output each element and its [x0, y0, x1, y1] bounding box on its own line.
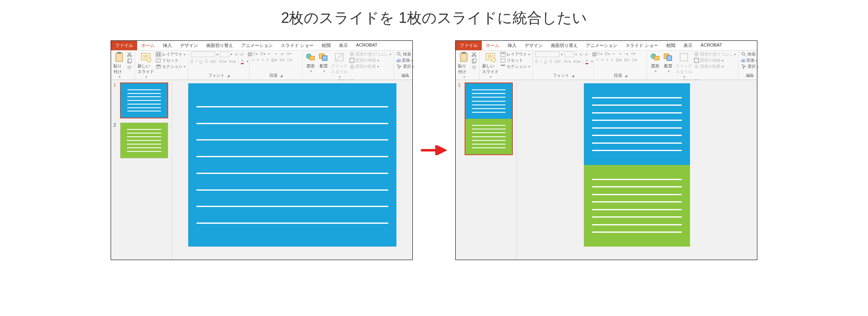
justify-button[interactable]: ≡ [267, 58, 269, 62]
new-slide-button[interactable]: 新しい スライド▾ [138, 51, 154, 79]
line-spacing-button[interactable]: ↕▾ [279, 51, 283, 56]
tab-slideshow[interactable]: スライド ショー [277, 41, 318, 50]
numbering-button[interactable]: ≣▾ [260, 51, 265, 56]
format-painter-icon[interactable] [471, 65, 477, 72]
tab-acrobat[interactable]: ACROBAT [697, 41, 726, 50]
svg-rect-41 [654, 56, 659, 60]
slide-thumbnail-2[interactable] [120, 122, 168, 158]
replace-button[interactable]: ab置換▾ [396, 58, 414, 63]
tab-transitions[interactable]: 画面切り替え [547, 41, 582, 50]
slide-content-blue[interactable] [188, 83, 396, 247]
italic-button[interactable]: I [196, 59, 197, 64]
text-direction-button[interactable]: ⟲▾ [286, 51, 291, 56]
new-slide-icon [485, 51, 496, 63]
shadow-button[interactable]: abc [210, 59, 216, 64]
slide-thumbnail-merged[interactable] [465, 82, 513, 155]
shape-fill-button[interactable]: 図形の塗りつぶし▾ [349, 51, 391, 57]
find-button[interactable]: 検索 [741, 51, 759, 57]
bullets-button[interactable]: ☰▾ [252, 51, 258, 56]
find-button[interactable]: 検索 [396, 51, 414, 57]
paste-button[interactable]: 貼り付け▾ [114, 51, 125, 79]
shapes-button[interactable]: 図形▾ [650, 51, 661, 73]
reset-button[interactable]: リセット [500, 58, 530, 63]
tab-view[interactable]: 表示 [335, 41, 352, 50]
font-color-button[interactable]: A [241, 59, 244, 64]
select-button[interactable]: 選択▾ [741, 64, 759, 69]
quick-styles-button[interactable]: クイック スタイル▾ [331, 51, 347, 79]
shape-outline-button[interactable]: 図形の枠線▾ [349, 58, 391, 63]
quick-styles-icon [334, 51, 345, 63]
align-center-button[interactable]: ≡ [257, 58, 259, 62]
thumb-number-1: 1 [114, 82, 118, 118]
replace-button[interactable]: ab置換▾ [741, 58, 759, 63]
indent-dec-button[interactable]: ⇤ [268, 51, 271, 56]
copy-icon[interactable] [471, 58, 477, 65]
slide-thumbnail-1[interactable] [120, 82, 168, 118]
quick-styles-button[interactable]: クイック スタイル▾ [676, 51, 692, 79]
dialog-launcher-icon[interactable]: ◢ [280, 74, 283, 78]
layout-button[interactable]: レイアウト▾ [500, 51, 530, 57]
tab-insert[interactable]: 挿入 [159, 41, 176, 50]
tab-slideshow[interactable]: スライド ショー [621, 41, 662, 50]
arrange-button[interactable]: 配置▾ [663, 51, 674, 73]
align-left-button[interactable]: ≡ [252, 58, 254, 62]
smartart-button[interactable]: ⊡▾ [287, 58, 292, 62]
reset-button[interactable]: リセット [156, 58, 185, 63]
tab-design[interactable]: デザイン [521, 41, 547, 50]
tab-view[interactable]: 表示 [679, 41, 697, 50]
tab-review[interactable]: 校閲 [318, 41, 335, 50]
layout-button[interactable]: レイアウト▾ [156, 51, 185, 57]
tab-review[interactable]: 校閲 [662, 41, 679, 50]
tab-animations[interactable]: アニメーション [582, 41, 621, 50]
tab-home[interactable]: ホーム [482, 41, 503, 50]
group-clipboard: 貼り付け▾ クリップボード◢ [111, 51, 135, 80]
shapes-button[interactable]: 図形▾ [305, 51, 316, 73]
format-painter-icon[interactable] [127, 65, 132, 72]
slide-canvas[interactable] [517, 80, 757, 260]
case-button[interactable]: Aa▾ [229, 59, 236, 64]
group-editing: 検索 ab置換▾ 選択▾ 編集 [739, 51, 761, 80]
tab-transitions[interactable]: 画面切り替え [202, 41, 237, 50]
group-font: ▾ ▾ A⁺ A⁻ 🅰 B I U S abc AV▾ Aa▾ [188, 51, 249, 80]
strike-button[interactable]: S [205, 59, 208, 64]
slide-content-blue[interactable] [584, 83, 690, 165]
svg-rect-22 [350, 58, 354, 63]
svg-point-23 [350, 65, 354, 69]
copy-icon[interactable] [127, 58, 132, 65]
ribbon-tabs: ファイル ホーム 挿入 デザイン 画面切り替え アニメーション スライド ショー… [111, 41, 412, 51]
svg-rect-38 [501, 59, 505, 62]
arrange-button[interactable]: 配置▾ [318, 51, 329, 73]
paste-button[interactable]: 貼り付け▾ [458, 51, 470, 79]
slide-canvas[interactable] [172, 80, 412, 260]
section-button[interactable]: セクション▾ [500, 64, 530, 69]
tab-insert[interactable]: 挿入 [503, 41, 521, 50]
new-slide-button[interactable]: 新しい スライド▾ [482, 51, 499, 79]
columns-button[interactable]: ▥▾ [271, 58, 277, 62]
spacing-button[interactable]: AV▾ [219, 59, 226, 64]
section-button[interactable]: セクション▾ [156, 64, 185, 69]
cut-icon[interactable] [471, 51, 477, 58]
dialog-launcher-icon[interactable]: ◢ [625, 74, 627, 78]
indent-inc-button[interactable]: ⇥ [274, 51, 277, 56]
powerpoint-window-after: ファイル ホーム 挿入 デザイン 画面切り替え アニメーション スライド ショー… [455, 40, 757, 260]
ribbon: 貼り付け▾ クリップボード◢ 新しい スライド▾ [456, 51, 757, 80]
select-button[interactable]: 選択▾ [396, 64, 414, 69]
shape-effects-button[interactable]: 図形の効果▾ [349, 64, 391, 69]
svg-rect-12 [157, 54, 158, 56]
dialog-launcher-icon[interactable]: ◢ [227, 74, 229, 78]
bold-button[interactable]: B [191, 59, 194, 64]
slide-content-green[interactable] [584, 165, 690, 247]
tab-file[interactable]: ファイル [111, 41, 137, 50]
align-text-button[interactable]: ⊞▾ [279, 58, 285, 62]
cut-icon[interactable] [127, 51, 132, 58]
underline-button[interactable]: U [199, 59, 202, 64]
align-right-button[interactable]: ≡ [262, 58, 264, 62]
dialog-launcher-icon[interactable]: ◢ [572, 74, 574, 78]
svg-rect-43 [667, 56, 672, 61]
tab-design[interactable]: デザイン [176, 41, 202, 50]
tab-file[interactable]: ファイル [456, 41, 482, 50]
svg-rect-33 [474, 68, 474, 70]
tab-acrobat[interactable]: ACROBAT [352, 41, 381, 50]
tab-home[interactable]: ホーム [137, 41, 159, 50]
tab-animations[interactable]: アニメーション [237, 41, 277, 50]
